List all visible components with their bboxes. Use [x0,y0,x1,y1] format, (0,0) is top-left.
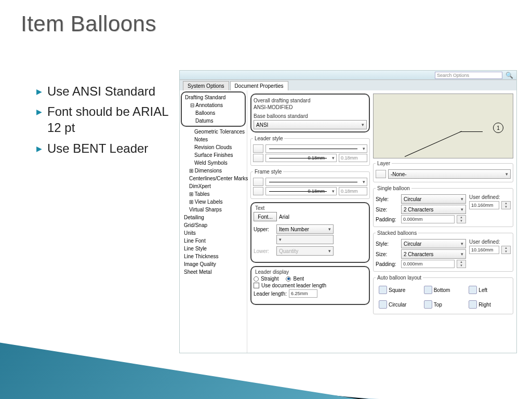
square-icon [379,286,387,294]
layout-top[interactable]: Top [422,298,465,311]
circular-icon [379,300,387,309]
single-size-label: Size: [376,207,399,212]
tree-gridsnap[interactable]: Grid/Snap [182,221,245,229]
single-style-label: Style: [376,196,399,202]
leader-style-group: Leader style 0.18mm0.18mm [250,136,370,166]
layer-legend: Layer [376,161,392,166]
tree-linethickness[interactable]: Line Thickness [182,252,245,260]
upper-extra-select[interactable] [276,235,334,244]
options-dialog: Search Options 🔍 System Options Document… [179,70,517,353]
spinner[interactable]: ▲▼ [457,260,466,268]
search-icon[interactable]: 🔍 [506,72,513,79]
tree-imagequality[interactable]: Image Quality [182,260,245,268]
font-button[interactable]: Font... [254,212,277,221]
tree-annotations[interactable]: ⊟ Annotations [183,101,244,109]
leader-thick-select[interactable]: 0.18mm [265,154,337,162]
tree-dimxpert[interactable]: DimXpert [182,182,245,190]
left-icon [469,286,477,294]
bullet-arrow-icon: ▶ [36,87,42,96]
callout-text: Text Font...Arial Upper:Item Number Lowe… [250,202,370,263]
leader-length-input[interactable]: 6.25mm [289,289,317,298]
bottom-icon [424,286,432,294]
bullet-text: Font should be ARIAL 12 pt [47,103,171,136]
tree-viewlabels[interactable]: ⊞ View Labels [182,198,245,206]
overall-standard-label: Overall drafting standard [254,98,367,103]
callout-leader-display: Leader display Straight Bent Use documen… [250,266,370,305]
tree-weldsymbols[interactable]: Weld Symbols [182,159,245,167]
tree-tables[interactable]: ⊞ Tables [182,190,245,198]
tree-notes[interactable]: Notes [182,136,245,143]
tree-virtualsharps[interactable]: Virtual Sharps [182,206,245,214]
bullet-text: Use BENT Leader [47,140,148,156]
leader-style-legend: Leader style [253,136,284,141]
top-icon [424,300,432,309]
upper-label: Upper: [254,227,274,232]
layout-square[interactable]: Square [377,284,420,296]
leader-line-select[interactable] [265,144,367,153]
layer-icon [376,170,386,178]
single-style-select[interactable]: Circular [401,194,466,204]
bullet-list: ▶Use ANSI Standard ▶Font should be ARIAL… [36,83,171,161]
frame-thick-icon[interactable] [253,187,263,195]
spinner[interactable]: ▲▼ [457,215,466,223]
radio-bent[interactable] [286,276,291,282]
stacked-size-select[interactable]: 2 Characters [401,249,466,259]
dialog-topbar: Search Options 🔍 [180,71,516,80]
tab-system-options[interactable]: System Options [183,81,229,90]
radio-straight[interactable] [254,276,259,282]
layer-group: Layer -None- [373,161,513,182]
stacked-style-label: Style: [376,241,399,247]
frame-thick-input[interactable]: 0.18mm [339,187,367,195]
layer-select[interactable]: -None- [388,169,511,179]
base-standard-select[interactable]: ANSI [254,120,367,129]
stacked-userdef-input[interactable]: 10.160mm [469,246,499,254]
single-userdef-label: User defined: [469,194,511,200]
tree-sheetmetal[interactable]: Sheet Metal [182,268,245,276]
balloon-preview: 1 [373,94,513,158]
layout-bottom[interactable]: Bottom [422,284,465,296]
search-input[interactable]: Search Options [435,72,502,79]
leader-thick-input[interactable]: 0.18mm [339,154,367,162]
bullet-arrow-icon: ▶ [36,144,42,153]
layout-circular[interactable]: Circular [377,298,420,311]
tree-centerlines[interactable]: Centerlines/Center Marks [182,175,245,182]
layout-left[interactable]: Left [467,284,510,296]
leader-start-icon[interactable] [253,144,263,153]
tree-surfacefinish[interactable]: Surface Finishes [182,151,245,159]
tree-revclouds[interactable]: Revision Clouds [182,143,245,151]
stacked-balloons-legend: Stacked balloons [376,230,418,236]
text-legend: Text [254,205,266,211]
single-size-select[interactable]: 2 Characters [401,205,466,214]
stacked-padding-label: Padding: [376,261,399,267]
layout-right[interactable]: Right [467,298,510,311]
stacked-balloons-group: Stacked balloons Style:Circular Size:2 C… [373,230,513,272]
stacked-padding-input[interactable]: 0.000mm [401,260,455,268]
tree-datums[interactable]: Datums [183,117,244,125]
tree-drafting-standard[interactable]: Drafting Standard [183,94,244,101]
frame-thick-select[interactable]: 0.18mm [265,187,337,195]
tree-units[interactable]: Units [182,229,245,237]
tree-linestyle[interactable]: Line Style [182,245,245,252]
single-padding-input[interactable]: 0.000mm [401,215,455,223]
frame-start-icon[interactable] [253,178,263,186]
single-userdef-input[interactable]: 10.160mm [469,201,499,209]
frame-line-select[interactable] [265,178,367,186]
spinner[interactable]: ▲▼ [501,201,511,209]
tree-detailing[interactable]: Detailing [182,214,245,221]
stacked-style-select[interactable]: Circular [401,239,466,248]
right-icon [469,300,477,309]
upper-select[interactable]: Item Number [276,224,334,234]
preview-balloon-number: 1 [493,123,503,133]
leader-thick-icon[interactable] [253,154,263,162]
tree-panel: Drafting Standard ⊟ Annotations Balloons… [180,90,247,353]
tree-dimensions[interactable]: ⊞ Dimensions [182,167,245,175]
tree-geotol[interactable]: Geometric Tolerances [182,128,245,136]
tree-linefont[interactable]: Line Font [182,237,245,245]
tab-document-properties[interactable]: Document Properties [230,81,288,90]
tree-balloons[interactable]: Balloons [183,109,244,117]
frame-style-group: Frame style 0.18mm0.18mm [250,169,370,199]
bullet-arrow-icon: ▶ [36,108,42,116]
use-doc-length-checkbox[interactable] [254,283,259,288]
slide-title: Item Balloons [0,0,532,36]
spinner[interactable]: ▲▼ [501,246,511,254]
